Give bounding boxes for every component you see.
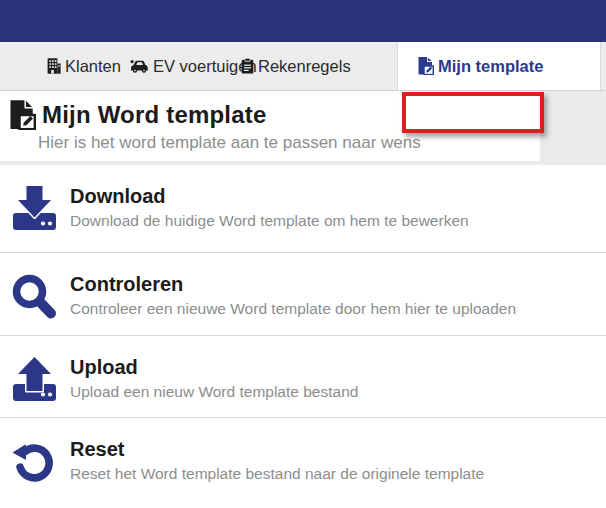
tab-mijn-template[interactable]: Mijn template [397,42,601,90]
tab-label: Rekenregels [258,57,351,76]
action-title: Download [70,184,469,209]
page-title: Mijn Word template [42,101,267,129]
action-description: Download de huidige Word template om hem… [70,212,469,230]
download-icon [12,184,70,232]
action-description: Reset het Word template bestand naar de … [70,465,484,483]
building-icon [47,58,61,74]
tab-bar: Klanten EV voertuigen [0,42,606,91]
action-description: Controleer een nieuwe Word template door… [70,300,516,318]
page-subtitle: Hier is het word template aan te passen … [38,133,540,153]
tab-rekenregels[interactable]: Rekenregels [241,42,351,90]
template-actions-list: Download Download de huidige Word templa… [0,165,606,508]
top-navbar [0,0,606,42]
action-upload[interactable]: Upload Upload een nieuw Word template be… [0,336,606,418]
app-window: Klanten EV voertuigen [0,0,606,508]
action-description: Upload een nieuw Word template bestand [70,383,358,401]
action-controleren[interactable]: Controleren Controleer een nieuwe Word t… [0,253,606,336]
tab-ev-voertuigen[interactable]: EV voertuigen [129,42,257,90]
tab-label: Mijn template [438,57,543,76]
action-reset[interactable]: Reset Reset het Word template bestand na… [0,418,606,508]
file-edit-icon [417,57,434,75]
car-icon [129,59,149,74]
action-download[interactable]: Download Download de huidige Word templa… [0,165,606,253]
clipboard-icon [241,58,254,74]
reset-icon [12,437,70,485]
tab-label: Klanten [65,57,121,76]
search-icon [12,272,70,320]
page-header: Mijn Word template Hier is het word temp… [0,91,540,161]
tab-klanten[interactable]: Klanten [47,42,121,90]
file-edit-icon [8,100,36,130]
upload-icon [12,355,70,403]
action-title: Reset [70,437,484,462]
action-title: Upload [70,355,358,380]
action-title: Controleren [70,272,516,297]
